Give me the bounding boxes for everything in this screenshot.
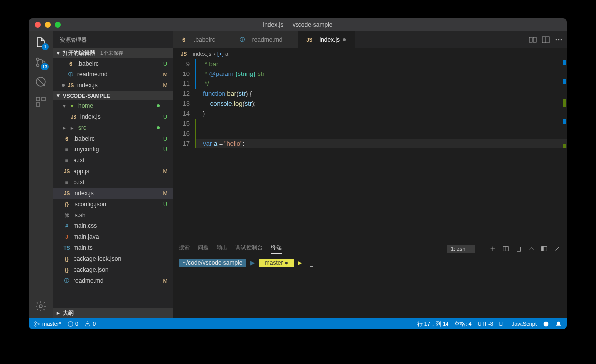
- panel-tab[interactable]: 终端: [271, 244, 282, 254]
- file-tree-item[interactable]: {} jsconfig.json U: [53, 199, 173, 210]
- split-terminal-icon[interactable]: [502, 245, 509, 252]
- open-editors-label: 打开的编辑器: [63, 49, 95, 57]
- svg-rect-9: [533, 37, 536, 42]
- svg-rect-4: [36, 97, 40, 101]
- maximize-window-button[interactable]: [55, 22, 61, 28]
- feedback-icon[interactable]: [543, 321, 549, 327]
- code-content[interactable]: * bar * @param {string} str */ function …: [195, 59, 567, 241]
- svg-point-26: [35, 325, 36, 326]
- eol-status[interactable]: LF: [499, 321, 506, 327]
- panel-tab[interactable]: 输出: [217, 244, 227, 254]
- toggle-panel-icon[interactable]: [541, 245, 548, 252]
- file-tree-item[interactable]: # main.css: [53, 220, 173, 231]
- open-editor-item[interactable]: ⓘ readme.md M: [53, 69, 173, 80]
- svg-rect-19: [517, 247, 521, 252]
- file-tree-item[interactable]: ▾ ▾ home: [53, 100, 173, 111]
- svg-rect-6: [36, 103, 40, 106]
- panel-tab[interactable]: 调试控制台: [235, 244, 263, 254]
- minimap[interactable]: [560, 59, 567, 241]
- file-tree-item[interactable]: JS index.js U: [53, 111, 173, 122]
- terminal-selector[interactable]: 1: zsh: [447, 245, 475, 253]
- file-name: readme.md: [77, 71, 162, 78]
- file-name: jsconfig.json: [74, 201, 162, 208]
- compare-icon[interactable]: [529, 36, 537, 44]
- maximize-panel-icon[interactable]: [528, 245, 535, 252]
- js-icon: JS: [70, 113, 77, 121]
- file-name: .myconfig: [74, 146, 162, 153]
- panel-tab[interactable]: 问题: [198, 244, 209, 254]
- file-tree-item[interactable]: JS app.js M: [53, 166, 173, 177]
- breadcrumb-file: index.js: [193, 51, 211, 57]
- file-tree-item[interactable]: {} package-lock.json: [53, 253, 173, 264]
- folder-icon: ▸: [68, 124, 75, 132]
- editor-tab[interactable]: ϐ .babelrc: [173, 31, 231, 48]
- terminal-cursor: [310, 260, 313, 267]
- open-editor-item[interactable]: JS index.js M: [53, 80, 173, 91]
- file-name: index.js: [80, 113, 162, 120]
- open-editors-header[interactable]: ▾ 打开的编辑器 1个未保存: [53, 48, 173, 58]
- file-tree-item[interactable]: ≡ a.txt: [53, 155, 173, 166]
- svg-point-0: [37, 58, 39, 61]
- babel-icon: ϐ: [180, 36, 188, 44]
- file-tree-item[interactable]: ⌘ ls.sh: [53, 210, 173, 220]
- file-tree-item[interactable]: ▸ ▸ src: [53, 122, 173, 133]
- editor-tab[interactable]: ⓘ readme.md: [231, 31, 299, 48]
- sidebar-explorer: 资源管理器 ▾ 打开的编辑器 1个未保存 ϐ .babelrc U ⓘ read…: [53, 31, 173, 318]
- kill-terminal-icon[interactable]: [515, 245, 522, 252]
- breadcrumb[interactable]: JS index.js › [∘] a: [173, 48, 567, 59]
- file-name: main.java: [74, 233, 162, 240]
- outline-header[interactable]: ▸ 大纲: [53, 308, 173, 318]
- chevron-right-icon: ›: [213, 51, 215, 57]
- warnings-status[interactable]: 0: [84, 321, 96, 327]
- css-icon: #: [63, 222, 71, 230]
- file-tree-item[interactable]: ≡ b.txt: [53, 177, 173, 188]
- chevron-icon: ▸: [63, 124, 68, 131]
- git-status: U: [162, 136, 169, 142]
- file-name: .babelrc: [77, 60, 162, 67]
- encoding-status[interactable]: UTF-8: [478, 321, 493, 327]
- file-tree-item[interactable]: J main.java: [53, 231, 173, 242]
- indent-status[interactable]: 空格: 4: [454, 320, 471, 328]
- scm-icon[interactable]: 13: [34, 55, 48, 69]
- file-tree-item[interactable]: TS main.ts: [53, 242, 173, 253]
- app-window: index.js — vscode-sample 1 13: [29, 18, 567, 329]
- file-tree-item[interactable]: {} package.json: [53, 264, 173, 275]
- open-editors-note: 1个未保存: [100, 50, 123, 57]
- file-tree-item[interactable]: ⓘ readme.md M: [53, 275, 173, 286]
- file-tree-item[interactable]: ≡ .myconfig U: [53, 144, 173, 155]
- notifications-icon[interactable]: [555, 321, 562, 327]
- errors-status[interactable]: 0: [67, 321, 78, 327]
- open-editor-item[interactable]: ϐ .babelrc U: [53, 58, 173, 69]
- more-icon[interactable]: [555, 36, 563, 44]
- minimize-window-button[interactable]: [45, 22, 51, 28]
- file-name: app.js: [74, 168, 162, 175]
- git-status: M: [162, 278, 169, 284]
- close-window-button[interactable]: [35, 22, 41, 28]
- code-editor[interactable]: 91011121314151617 * bar * @param {string…: [173, 59, 567, 241]
- file-name: index.js: [77, 82, 162, 89]
- file-name: main.css: [74, 222, 162, 229]
- project-header[interactable]: ▾ VSCODE-SAMPLE: [53, 91, 173, 100]
- svg-rect-5: [42, 97, 45, 101]
- editor-tab[interactable]: JS index.js: [298, 31, 355, 48]
- chevron-icon: ▾: [63, 102, 68, 109]
- new-terminal-icon[interactable]: [489, 245, 496, 252]
- split-editor-icon[interactable]: [542, 36, 550, 44]
- close-panel-icon[interactable]: [554, 245, 561, 252]
- cursor-position-status[interactable]: 行 17，列 14: [417, 320, 449, 328]
- settings-gear-icon[interactable]: [34, 299, 48, 313]
- file-tree-item[interactable]: ϐ .babelrc U: [53, 133, 173, 144]
- git-status: U: [162, 201, 169, 207]
- git-branch-status[interactable]: master*: [34, 321, 61, 327]
- language-status[interactable]: JavaScript: [512, 321, 537, 327]
- file-tree-item[interactable]: JS index.js M: [53, 188, 173, 199]
- debug-icon[interactable]: [34, 75, 48, 89]
- terminal[interactable]: ~/code/vscode-sample▶ master ● ▶: [173, 256, 567, 318]
- editor-tabs: ϐ .babelrc ⓘ readme.md JS index.js: [173, 31, 567, 48]
- panel-tab[interactable]: 搜索: [179, 244, 190, 254]
- txt-icon: ≡: [63, 156, 71, 164]
- js-file-icon: JS: [180, 50, 188, 58]
- outline-label: 大纲: [63, 309, 74, 317]
- extensions-icon[interactable]: [34, 95, 48, 109]
- explorer-icon[interactable]: 1: [34, 35, 48, 49]
